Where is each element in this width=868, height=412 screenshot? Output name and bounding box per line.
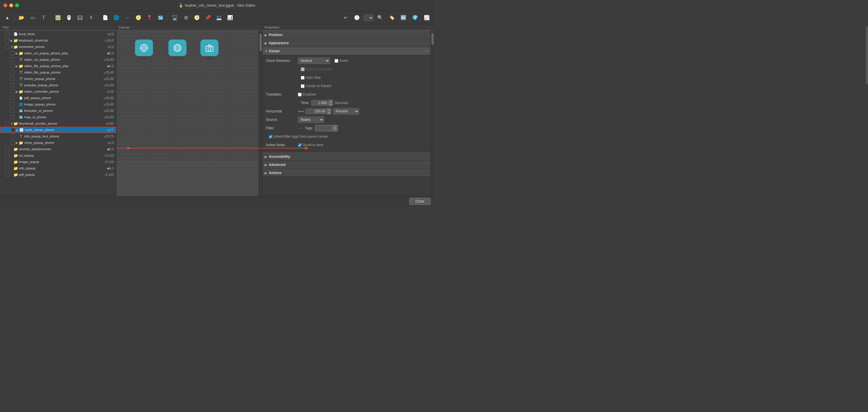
horizontal-up-btn[interactable]: ▲ bbox=[327, 108, 331, 111]
cb-url-popup[interactable] bbox=[5, 153, 9, 158]
cb-image-popup-root[interactable] bbox=[5, 160, 9, 164]
props-vscroll-thumb[interactable] bbox=[431, 33, 434, 45]
cb-map[interactable] bbox=[10, 115, 14, 119]
time-up-btn[interactable]: ▲ bbox=[329, 100, 333, 103]
cb-video-url-play[interactable] bbox=[10, 51, 14, 55]
cb-floorplan[interactable] bbox=[10, 109, 14, 113]
globe-tool[interactable]: 🌐 bbox=[112, 13, 121, 23]
cb-close-popup[interactable] bbox=[10, 141, 14, 145]
section-appearance[interactable]: ▶ Appearance bbox=[262, 39, 431, 47]
cb-thumbnail-scroller[interactable] bbox=[5, 122, 9, 126]
transition-enabled-checkbox[interactable] bbox=[298, 93, 302, 97]
cb-pdf-popup-root[interactable] bbox=[5, 173, 9, 177]
cb-video-url[interactable] bbox=[10, 58, 14, 62]
props-scroll[interactable]: ▶ Position ▶ Appearance ▼ Cloner ··· bbox=[262, 31, 431, 196]
section-cloner[interactable]: ▼ Cloner ··· bbox=[262, 47, 431, 55]
map-tool[interactable]: 🗺️ bbox=[156, 13, 165, 23]
tree-item-thumbnail-scroller[interactable]: ▼ 📁 thumbnail_scroller_phone ↘0,80 bbox=[0, 120, 116, 127]
close-window-button[interactable] bbox=[3, 3, 7, 7]
maximize-window-button[interactable] bbox=[15, 3, 19, 7]
cursor-tool[interactable]: ▲ bbox=[2, 13, 12, 23]
inherit-filter-checkbox[interactable] bbox=[269, 135, 273, 139]
close-button[interactable]: Close bbox=[409, 198, 431, 205]
tree-item-pdf-popup-root[interactable]: 📁 pdf_popup ↓0,120 bbox=[0, 171, 116, 178]
compass2-tool[interactable]: 🧭 bbox=[192, 13, 202, 23]
svg-tool[interactable]: SVG bbox=[75, 13, 85, 23]
tree-item-pdf-popup[interactable]: 📋 pdf_popup_phone ↘25,80 bbox=[0, 95, 116, 101]
tree-item-video-url-popup-phone-play[interactable]: ▶ 📁 video_url_popup_phone_play ◆0,0 bbox=[0, 50, 116, 56]
tree-item-image-popup-root[interactable]: 📁 image_popup ↓0,120 bbox=[0, 159, 116, 165]
tree-item-screentint-phone[interactable]: ▼ 📁 screentint_phone ↘0,0 bbox=[0, 43, 116, 50]
tree-item-local-fonts[interactable]: 📄 local_fonts ↘0,0 bbox=[0, 31, 116, 37]
cb-youtube[interactable] bbox=[10, 83, 14, 87]
tree-item-video-file[interactable]: 🎬 video_file_popup_phone ↘25,80 bbox=[0, 69, 116, 75]
section-cloner-menu[interactable]: ··· bbox=[425, 48, 428, 54]
canvas-grid[interactable]: $(hs) $(hs) bbox=[116, 31, 262, 196]
tree-item-sounds[interactable]: 📁 sounds_splashscreen ◆0,0 bbox=[0, 146, 116, 152]
tree-item-video-file-play[interactable]: ▶ 📁 video_file_popup_phone_play ◆0,0 bbox=[0, 63, 116, 69]
compass-tool[interactable]: 🧭 bbox=[133, 13, 144, 23]
minimize-window-button[interactable] bbox=[9, 3, 13, 7]
undo-button[interactable]: ↩ bbox=[340, 13, 350, 23]
monitor-tool[interactable]: 🖥️ bbox=[170, 13, 180, 23]
cb-video-file[interactable] bbox=[10, 70, 14, 74]
monitor2-tool[interactable]: 💻 bbox=[214, 13, 224, 23]
horizontal-down-btn[interactable]: ▼ bbox=[327, 111, 331, 114]
cb-info-popup-text[interactable] bbox=[10, 134, 14, 138]
cb-info-popup[interactable] bbox=[5, 166, 9, 170]
grid-tool[interactable]: ⊞ bbox=[181, 13, 191, 23]
search-button[interactable]: 🔍 bbox=[375, 13, 385, 23]
canvas-vscroll[interactable] bbox=[258, 31, 262, 196]
cb-pdf-popup[interactable] bbox=[10, 96, 14, 100]
section-position[interactable]: ▶ Position bbox=[262, 31, 431, 39]
source-select[interactable]: Nodes Tags bbox=[298, 116, 324, 123]
tree-item-url-popup[interactable]: 📁 url_popup ↓0,120 bbox=[0, 152, 116, 159]
chart-button[interactable]: 📈 bbox=[422, 13, 432, 23]
tree-item-keyboard-shortcuts[interactable]: ▶ 📁 keyboard_shortcuts ↘-50,0 bbox=[0, 37, 116, 43]
checkbox-keyboard-shortcuts[interactable] bbox=[5, 38, 9, 42]
icon1-button[interactable]: 🏷️ bbox=[387, 13, 397, 23]
tree-item-video-url-popup-phone[interactable]: 🎬 video_url_popup_phone ↘25,80 bbox=[0, 56, 116, 63]
tree-item-vimeo[interactable]: 🎬 vimeo_popup_phone ↘25,80 bbox=[0, 75, 116, 82]
invert-checkbox[interactable] bbox=[335, 59, 338, 63]
image-tool[interactable]: 🖼️ bbox=[53, 13, 63, 23]
tree-scroll[interactable]: 📄 local_fonts ↘0,0 ▶ 📁 keyboard_shortcut… bbox=[0, 31, 116, 196]
cursor2-tool[interactable]: 🖱️ bbox=[64, 13, 74, 23]
cb-image-popup[interactable] bbox=[10, 102, 14, 106]
canvas-vscroll-thumb[interactable] bbox=[259, 34, 262, 51]
checkbox-local-fonts[interactable] bbox=[5, 32, 9, 36]
cb-video-controller[interactable] bbox=[10, 90, 14, 94]
time-down-btn[interactable]: ▼ bbox=[329, 103, 333, 106]
canvas-area[interactable]: $(hs) $(hs) bbox=[116, 31, 262, 196]
props-vscroll[interactable] bbox=[431, 31, 434, 196]
invert-clone-order-checkbox[interactable] bbox=[301, 67, 305, 71]
pin2-tool[interactable]: 📌 bbox=[203, 13, 213, 23]
folder-tool[interactable]: 📂 bbox=[17, 13, 27, 23]
scroll-to-view-checkbox[interactable] bbox=[298, 143, 302, 147]
tree-item-close-popup[interactable]: ▶ 📁 close_popup_phone ↘0,0 bbox=[0, 139, 116, 146]
section-accessibility[interactable]: ▶ Accessibility bbox=[262, 152, 431, 161]
tree-item-info-popup[interactable]: 📁 info_popup ◆0,1 bbox=[0, 165, 116, 171]
tree-item-node-cloner[interactable]: ▶ ⬜ node_cloner_phone ↘0,0 bbox=[0, 127, 116, 133]
center-parent-checkbox[interactable] bbox=[301, 84, 305, 88]
horizontal-input[interactable] bbox=[305, 108, 327, 114]
text-tool[interactable]: T bbox=[39, 13, 49, 23]
tags-dropdown-btn[interactable]: ▼ bbox=[333, 125, 338, 131]
zoom-select[interactable]: 100% bbox=[364, 14, 373, 21]
auto-size-checkbox[interactable] bbox=[301, 76, 305, 80]
cb-sounds[interactable] bbox=[5, 147, 9, 151]
cb-node-cloner[interactable] bbox=[11, 128, 15, 132]
arrow-tool[interactable]: → bbox=[122, 13, 132, 23]
letter-tool[interactable]: Ａ bbox=[86, 13, 96, 23]
section-advanced[interactable]: ▶ Advanced bbox=[262, 161, 431, 169]
bar-tool[interactable]: 📊 bbox=[225, 13, 235, 23]
icon3-button[interactable]: 🌍 bbox=[410, 13, 420, 23]
icon2-button[interactable]: 🔤 bbox=[399, 13, 408, 23]
checkbox-screentint-phone[interactable] bbox=[5, 45, 9, 49]
tree-item-info-popup-text[interactable]: T info_popup_text_phone ↘25,75 bbox=[0, 133, 116, 139]
horizontal-unit-select[interactable]: Percent Pixels bbox=[333, 108, 359, 114]
tree-item-image-popup[interactable]: 🌐 image_popup_phone ↘25,80 bbox=[0, 101, 116, 107]
cb-video-file-play[interactable] bbox=[10, 64, 14, 68]
tree-item-youtube[interactable]: 🎬 youtube_popup_phone ↘25,80 bbox=[0, 82, 116, 88]
cb-vimeo[interactable] bbox=[10, 77, 14, 81]
